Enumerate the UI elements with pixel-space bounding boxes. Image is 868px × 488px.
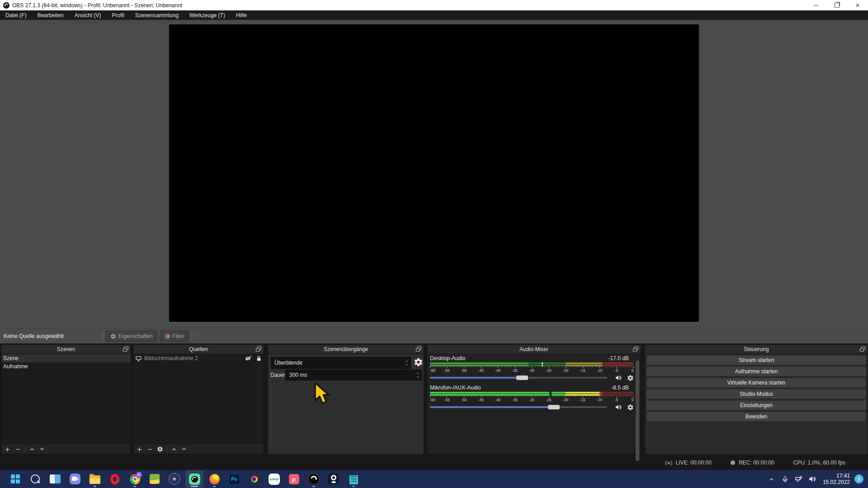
taskbar-bluestacks[interactable]: [146, 470, 164, 488]
system-tray: 17:41 15.02.2022 5: [765, 470, 868, 488]
mute-toggle-icon[interactable]: [614, 404, 623, 411]
visibility-hidden-icon[interactable]: [245, 355, 251, 362]
rec-icon: [731, 460, 735, 465]
meter-tick-label: -30: [529, 398, 534, 402]
audio-mixer-header[interactable]: Audio-Mixer: [427, 345, 641, 354]
source-properties-button[interactable]: [157, 446, 163, 452]
spin-up-icon[interactable]: [416, 372, 420, 375]
scene-down-button[interactable]: [39, 446, 45, 452]
add-source-button[interactable]: [136, 446, 143, 453]
add-scene-button[interactable]: [4, 446, 11, 453]
controls-panel-header[interactable]: Steuerung: [645, 345, 868, 354]
remove-source-button[interactable]: [146, 446, 153, 453]
filter-button[interactable]: Filter: [160, 330, 189, 342]
spin-down-icon[interactable]: [416, 375, 420, 379]
taskbar-clock[interactable]: 17:41 15.02.2022: [823, 473, 850, 485]
stream-starten-button[interactable]: Stream starten: [646, 355, 866, 365]
transition-settings-button[interactable]: [414, 357, 423, 367]
transition-select[interactable]: Überblende: [271, 357, 411, 369]
volume-slider[interactable]: [430, 406, 607, 408]
taskbar-chat[interactable]: [66, 470, 84, 488]
chat-icon: [70, 474, 80, 484]
scene-up-button[interactable]: [29, 446, 35, 452]
meter-tick-label: -45: [478, 398, 483, 402]
lock-icon[interactable]: [256, 356, 262, 361]
scenes-panel-header[interactable]: Szenen: [1, 345, 131, 354]
meter-tick-label: 0: [632, 368, 634, 373]
taskbar-cricut[interactable]: cricut: [265, 470, 283, 488]
taskbar-chrome[interactable]: A: [126, 470, 144, 488]
transition-select-spinner[interactable]: [402, 357, 410, 368]
transitions-panel-header[interactable]: Szenenübergänge: [268, 345, 424, 354]
taskbar-file-explorer[interactable]: [86, 470, 104, 488]
panel-menu-icon[interactable]: [256, 347, 261, 352]
meter-tick-label: -60: [430, 398, 435, 402]
volume-slider-handle[interactable]: [516, 375, 528, 380]
meter-tick-label: -5: [615, 398, 618, 402]
status-bar: ((●)) LIVE: 00:00:00 REC: 00:00:00 CPU: …: [665, 457, 845, 468]
einstellungen-button[interactable]: Einstellungen: [646, 400, 866, 410]
remove-scene-button[interactable]: [14, 446, 21, 453]
taskbar-rocket-app[interactable]: ✈: [165, 470, 184, 488]
taskbar-notepad[interactable]: [344, 470, 363, 488]
channel-settings-icon[interactable]: [627, 404, 634, 411]
scene-item[interactable]: Szene: [1, 354, 131, 362]
taskbar-obs-classic[interactable]: [305, 470, 323, 488]
restore-button[interactable]: [826, 0, 847, 10]
menu-item[interactable]: Hilfe: [231, 10, 252, 20]
windows-logo-icon: [11, 474, 20, 483]
network-tray-icon[interactable]: [792, 470, 806, 488]
duration-spinbox[interactable]: 300 ms: [285, 370, 422, 380]
panel-menu-icon[interactable]: [123, 347, 128, 352]
source-down-button[interactable]: [181, 446, 187, 452]
taskbar: A✈Pscricutρ 17:41 15.02.2022 5: [0, 470, 868, 488]
tray-expand-button[interactable]: [765, 470, 778, 488]
close-button[interactable]: ✕: [847, 0, 868, 10]
properties-button[interactable]: Eigenschaften: [106, 330, 157, 342]
panel-menu-icon[interactable]: [860, 347, 865, 352]
scene-item[interactable]: Aufnahme: [1, 362, 131, 371]
microphone-tray-icon[interactable]: [778, 470, 792, 488]
duration-value: 300 ms: [286, 372, 414, 378]
volume-slider[interactable]: [430, 377, 607, 379]
menu-item[interactable]: Werkzeuge (T): [184, 10, 231, 20]
mute-toggle-icon[interactable]: [614, 374, 623, 381]
divider: [25, 446, 25, 452]
taskbar-search[interactable]: [26, 470, 44, 488]
taskbar-obs-studio[interactable]: [185, 470, 203, 488]
taskbar-firefox[interactable]: [205, 470, 223, 488]
panel-menu-icon[interactable]: [633, 347, 638, 352]
taskbar-task-view[interactable]: [46, 470, 64, 488]
source-item[interactable]: Bildschirmaufnahme 2: [133, 354, 264, 362]
taskbar-start[interactable]: [6, 470, 24, 488]
mixer-scrollbar[interactable]: [636, 361, 639, 461]
obs-classic-icon: [308, 473, 320, 485]
volume-slider-handle[interactable]: [548, 405, 560, 409]
studio-modus-button[interactable]: Studio-Modus: [646, 389, 866, 399]
meter-tick-label: -40: [495, 398, 500, 402]
menu-item[interactable]: Szenensammlung: [130, 10, 184, 20]
sources-panel-header[interactable]: Quellen: [133, 345, 264, 354]
obs-desktop: OBS 27.1.3 (64-bit, windows) - Profil: U…: [0, 0, 868, 488]
beenden-button[interactable]: Beenden: [646, 412, 866, 422]
taskbar-webcam-app[interactable]: [325, 470, 343, 488]
source-label: Bildschirmaufnahme 2: [144, 355, 198, 361]
virtuelle-kamera-starten-button[interactable]: Virtuelle Kamera starten: [646, 378, 866, 388]
source-up-button[interactable]: [171, 446, 177, 452]
taskbar-opera[interactable]: [106, 470, 124, 488]
minimize-button[interactable]: [806, 0, 826, 10]
panel-menu-icon[interactable]: [416, 347, 421, 352]
menu-item[interactable]: Datei (F): [0, 10, 32, 20]
controls-panel-title: Steuerung: [744, 346, 769, 352]
notification-badge[interactable]: 5: [854, 474, 863, 483]
running-indicator: [133, 486, 136, 487]
menu-item[interactable]: Profil: [106, 10, 129, 20]
taskbar-photoshop[interactable]: Ps: [225, 470, 243, 488]
aufnahme-starten-button[interactable]: Aufnahme starten: [646, 366, 866, 376]
menu-item[interactable]: Ansicht (V): [69, 10, 107, 20]
taskbar-media-app[interactable]: ρ: [285, 470, 303, 488]
taskbar-davinci-resolve[interactable]: [245, 470, 263, 488]
volume-tray-icon[interactable]: [806, 470, 819, 488]
channel-settings-icon[interactable]: [627, 375, 634, 381]
menu-item[interactable]: Bearbeiten: [32, 10, 69, 20]
